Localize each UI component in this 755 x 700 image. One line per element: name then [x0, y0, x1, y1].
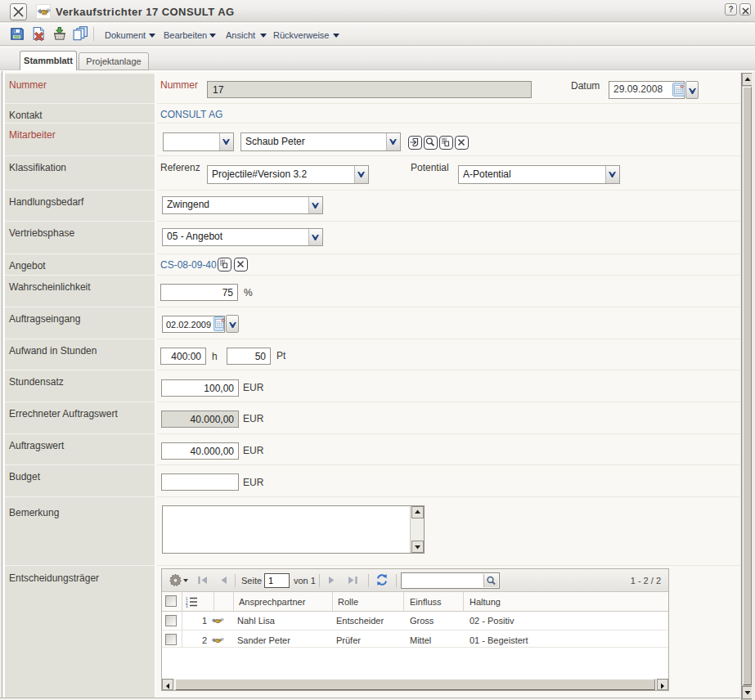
svg-text:3: 3	[186, 604, 188, 608]
